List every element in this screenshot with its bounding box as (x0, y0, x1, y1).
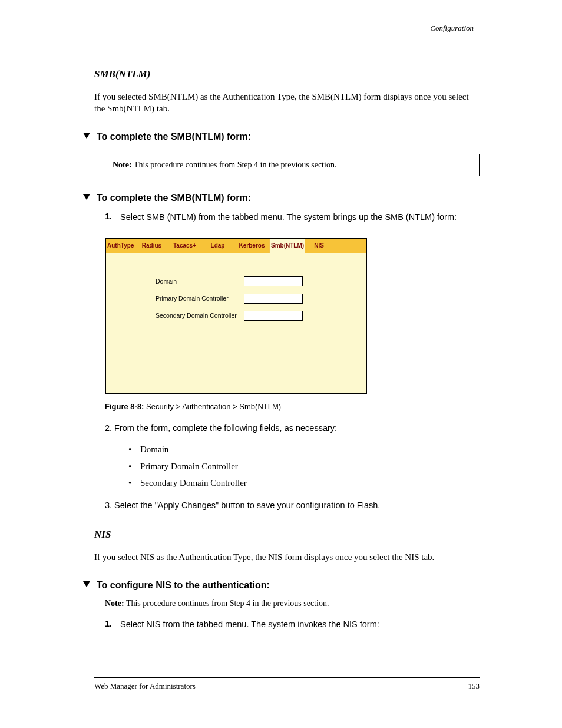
tab-tacacs[interactable]: Tacacs+ (168, 239, 201, 253)
step-number: 1. (105, 212, 113, 221)
triangle-down-icon (82, 580, 91, 588)
note-text: This procedure continues from Step 4 in … (134, 160, 336, 169)
step-text: Select SMB (NTLM) from the tabbed menu. … (120, 212, 457, 223)
page-header: Configuration (94, 24, 480, 33)
step-text: 2. From the form, complete the following… (105, 423, 337, 434)
figure-caption: Figure 8-8: Security > Authentication > … (105, 402, 480, 411)
form-row-pdc: Primary Domain Controller (156, 294, 342, 304)
svg-marker-1 (83, 194, 90, 200)
input-domain[interactable] (244, 276, 303, 286)
footer-left: Web Manager for Administrators (94, 681, 196, 691)
note-label: Note: (105, 599, 124, 608)
procedure-title: To complete the SMB(NTLM) form: (97, 131, 251, 142)
section-heading-smb: SMB(NTLM) (94, 68, 480, 80)
paragraph: If you select NIS as the Authentication … (94, 551, 480, 563)
form-area: Domain Primary Domain Controller Seconda… (106, 253, 366, 340)
form-row-sdc: Secondary Domain Controller (156, 311, 342, 321)
svg-marker-2 (83, 581, 90, 587)
list-item: •Secondary Domain Controller (128, 475, 480, 492)
tab-ldap[interactable]: Ldap (201, 239, 234, 253)
footer-page-number: 153 (468, 681, 480, 691)
step-text: Select NIS from the tabbed menu. The sys… (120, 619, 379, 631)
paragraph: If you selected SMB(NTLM) as the Authent… (94, 91, 480, 115)
tab-filler (333, 239, 366, 253)
label-domain: Domain (156, 276, 244, 285)
note-label: Note: (113, 160, 132, 169)
list-item: •Domain (128, 441, 480, 458)
step-item: 1. Select SMB (NTLM) from the tabbed men… (105, 212, 480, 223)
procedure-title: To complete the SMB(NTLM) form: (97, 193, 251, 203)
page-footer: Web Manager for Administrators 153 (94, 677, 480, 691)
tab-radius[interactable]: Radius (135, 239, 168, 253)
step-item: 2. From the form, complete the following… (105, 423, 480, 434)
tab-kerberos[interactable]: Kerberos (234, 239, 270, 253)
procedure-heading: To configure NIS to the authentication: (82, 580, 480, 591)
figure-text: Security > Authentication > Smb(NTLM) (146, 402, 281, 411)
note-text: This procedure continues from Step 4 in … (126, 599, 329, 608)
procedure-title: To configure NIS to the authentication: (97, 580, 270, 591)
tab-bar: AuthType Radius Tacacs+ Ldap Kerberos Sm… (106, 239, 366, 253)
svg-marker-0 (83, 133, 90, 139)
tab-authtype[interactable]: AuthType (106, 239, 135, 253)
triangle-down-icon (82, 131, 91, 140)
step-item: 1. Select NIS from the tabbed menu. The … (105, 619, 480, 631)
step-text: 3. Select the "Apply Changes" button to … (105, 500, 380, 512)
input-pdc[interactable] (244, 294, 303, 304)
form-row-domain: Domain (156, 276, 342, 286)
note-inline: Note: This procedure continues from Step… (105, 599, 480, 608)
label-sdc: Secondary Domain Controller (156, 311, 244, 319)
list-text: Domain (140, 441, 168, 458)
triangle-down-icon (82, 193, 91, 201)
note-box: Note: This procedure continues from Step… (105, 154, 480, 177)
list-text: Primary Domain Controller (140, 458, 238, 475)
procedure-heading: To complete the SMB(NTLM) form: (82, 131, 480, 142)
procedure-heading: To complete the SMB(NTLM) form: (82, 193, 480, 203)
settings-panel: AuthType Radius Tacacs+ Ldap Kerberos Sm… (105, 238, 367, 394)
figure-number: Figure 8-8: (105, 402, 144, 411)
step-number: 1. (105, 619, 113, 628)
tab-smb[interactable]: Smb(NTLM) (270, 239, 305, 253)
tab-nis[interactable]: NIS (305, 239, 333, 253)
section-heading-nis: NIS (94, 529, 480, 541)
list-item: •Primary Domain Controller (128, 458, 480, 475)
label-pdc: Primary Domain Controller (156, 294, 244, 302)
step-item: 3. Select the "Apply Changes" button to … (105, 500, 480, 512)
list-text: Secondary Domain Controller (140, 475, 247, 492)
breadcrumb: Configuration (430, 24, 474, 32)
input-sdc[interactable] (244, 311, 303, 321)
